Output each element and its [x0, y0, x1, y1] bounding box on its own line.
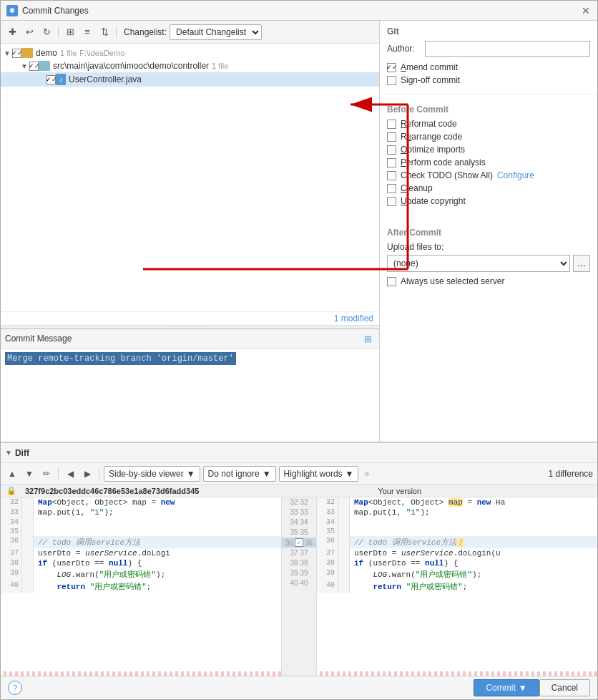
- cleanup-checkbox[interactable]: [387, 184, 396, 193]
- git-section: Git Author: ✓ Amend commit Sign-off comm…: [380, 21, 597, 94]
- always-use-row[interactable]: Always use selected server: [387, 276, 590, 286]
- diff-down-button[interactable]: ▼: [22, 467, 36, 481]
- upload-settings-button[interactable]: …: [573, 255, 590, 272]
- check-todo-row[interactable]: Check TODO (Show All) Configure: [387, 170, 590, 180]
- diff-right-row-37: 37 userDto = userService.doLogin(u: [317, 548, 597, 558]
- tree-item-controller[interactable]: ▼ ✓ src\main\java\com\imooc\demo\control…: [1, 59, 379, 72]
- optimize-checkbox[interactable]: [387, 145, 396, 155]
- diff-collapse-arrow[interactable]: ▼: [5, 449, 12, 457]
- undo-button[interactable]: ↩: [22, 25, 36, 39]
- rearrange-checkbox[interactable]: [387, 132, 396, 142]
- diff-two-pane: 32 Map<Object, Object> map = new 33 map.…: [1, 497, 597, 676]
- diff-sep1: [58, 468, 59, 480]
- author-input[interactable]: [425, 41, 590, 57]
- optimize-row[interactable]: Optimize imports: [387, 145, 590, 155]
- cancel-button[interactable]: Cancel: [539, 679, 590, 696]
- diff-splitter: 32 32 33 33 34 34 35 35 36 ✓ 36 37 37 38…: [281, 497, 317, 676]
- update-copyright-checkbox[interactable]: [387, 197, 396, 206]
- controller-meta: 1 file: [212, 62, 228, 70]
- git-label: Git: [387, 26, 590, 37]
- add-button[interactable]: ✚: [5, 25, 19, 39]
- usercontroller-checkbox[interactable]: ✓: [46, 75, 56, 84]
- diff-right-pane[interactable]: 32 Map<Object, Object> map = new Ha 33 m…: [317, 497, 597, 676]
- diff-section: ▼ Diff ▲ ▼ ✏ ◀ ▶ Side-by-side viewer ▼ D…: [1, 442, 597, 699]
- controller-folder-icon: [39, 61, 50, 71]
- commit-msg-content[interactable]: Merge remote-tracking branch 'origin/mas…: [1, 349, 379, 442]
- left-panel: ✚ ↩ ↻ ⊞ ≡ ⇅ Changelist: Default Changeli…: [1, 21, 380, 442]
- diff-up-button[interactable]: ▲: [5, 467, 19, 481]
- usercontroller-name: UserController.java: [69, 74, 142, 84]
- commit-msg-text: Merge remote-tracking branch 'origin/mas…: [5, 352, 236, 365]
- diff-edit-button[interactable]: ✏: [39, 467, 54, 481]
- diff-prev-button[interactable]: ◀: [63, 467, 77, 481]
- viewer-dropdown[interactable]: Side-by-side viewer ▼: [104, 466, 200, 482]
- ignore-dropdown[interactable]: Do not ignore ▼: [203, 466, 276, 482]
- upload-select[interactable]: (none): [387, 255, 570, 272]
- after-commit-section: After Commit Upload files to: (none) … A…: [380, 215, 597, 295]
- refresh-button[interactable]: ↻: [39, 25, 54, 39]
- ignore-arrow: ▼: [263, 469, 271, 479]
- diff-count: 1 difference: [549, 469, 594, 479]
- commit-button[interactable]: Commit ▼: [474, 679, 539, 696]
- demo-name: demo: [36, 48, 57, 58]
- always-use-checkbox[interactable]: [387, 277, 396, 286]
- diff-left-row-34: 34: [1, 517, 281, 527]
- lock-icon: 🔒: [6, 486, 16, 495]
- commit-msg-copy-button[interactable]: ⊞: [361, 331, 375, 346]
- file-tree[interactable]: ▼ ✓ demo 1 file F:\ideaDemo ▼ ✓ src\main…: [1, 44, 379, 311]
- bottom-footer: ? Commit ▼ Cancel: [1, 676, 597, 699]
- diff-left-row-35: 35: [1, 527, 281, 536]
- diff-hash: 327f9c2bc03eddc46c786e53e1a8e73d6fadd345: [25, 487, 199, 495]
- diff-left-row-37: 37 userDto = userService.doLogi: [1, 548, 281, 558]
- close-button[interactable]: ✕: [580, 5, 592, 16]
- diff-left-row-33: 33 map.put(1, "1");: [1, 507, 281, 517]
- after-commit-label: After Commit: [387, 228, 590, 238]
- upload-label: Upload files to:: [387, 242, 590, 252]
- diff-right-row-40: 40 return "用户或密码错";: [317, 580, 597, 593]
- before-commit-section: Before Commit Reformat code Rearrange co…: [380, 94, 597, 215]
- controller-path-name: src\main\java\com\imooc\demo\controller: [53, 61, 209, 71]
- reformat-checkbox[interactable]: [387, 120, 396, 129]
- splitter-39: 39 39: [282, 568, 316, 578]
- diff-left-row-40: 40 return "用户或密码错";: [1, 580, 281, 593]
- perform-row[interactable]: Perform code analysis: [387, 157, 590, 167]
- configure-link[interactable]: Configure: [497, 170, 534, 180]
- tree-item-usercontroller[interactable]: ▶ ✓ J UserController.java: [1, 72, 379, 87]
- diff-next-button[interactable]: ▶: [80, 467, 94, 481]
- diff-right-row-32: 32 Map<Object, Object> map = new Ha: [317, 497, 597, 507]
- signoff-commit-row[interactable]: Sign-off commit: [387, 75, 590, 85]
- splitter-40: 40 40: [282, 578, 316, 588]
- amend-commit-row[interactable]: ✓ Amend commit: [387, 62, 590, 72]
- splitter-34: 34 34: [282, 517, 316, 528]
- signoff-commit-checkbox[interactable]: [387, 76, 396, 85]
- check-todo-checkbox[interactable]: [387, 171, 396, 180]
- commit-message-section: Commit Message ⊞ Merge remote-tracking b…: [1, 329, 379, 442]
- cleanup-row[interactable]: Cleanup: [387, 183, 590, 193]
- commit-arrow: ▼: [519, 683, 527, 693]
- tree-item-demo[interactable]: ▼ ✓ demo 1 file F:\ideaDemo: [1, 47, 379, 59]
- highlight-dropdown[interactable]: Highlight words ▼: [279, 466, 359, 482]
- expand-button[interactable]: ≡: [80, 25, 94, 39]
- signoff-commit-label: Sign-off commit: [401, 75, 460, 85]
- rearrange-row[interactable]: Rearrange code: [387, 132, 590, 142]
- collapse-button[interactable]: ⇅: [97, 25, 112, 39]
- sep1: [58, 26, 59, 38]
- update-copyright-label: Update copyright: [401, 196, 466, 206]
- wave-bottom-right: [317, 671, 597, 676]
- reformat-row[interactable]: Reformat code: [387, 119, 590, 129]
- update-copyright-row[interactable]: Update copyright: [387, 196, 590, 206]
- changelist-label: Changelist:: [124, 27, 167, 37]
- diff-header: ▼ Diff: [1, 443, 597, 463]
- controller-checkbox[interactable]: ✓: [29, 62, 39, 71]
- perform-checkbox[interactable]: [387, 158, 396, 167]
- group-button[interactable]: ⊞: [63, 25, 77, 39]
- help-button[interactable]: ?: [8, 681, 22, 695]
- changelist-select[interactable]: Default Changelist: [170, 24, 262, 40]
- diff-left-pane[interactable]: 32 Map<Object, Object> map = new 33 map.…: [1, 497, 281, 676]
- splitter-36-cb[interactable]: ✓: [295, 538, 303, 547]
- demo-checkbox[interactable]: ✓: [12, 49, 21, 58]
- diff-right-row-35: 35: [317, 527, 597, 536]
- amend-commit-checkbox[interactable]: ✓: [387, 63, 396, 72]
- splitter-37: 37 37: [282, 548, 316, 558]
- splitter-38: 38 38: [282, 558, 316, 568]
